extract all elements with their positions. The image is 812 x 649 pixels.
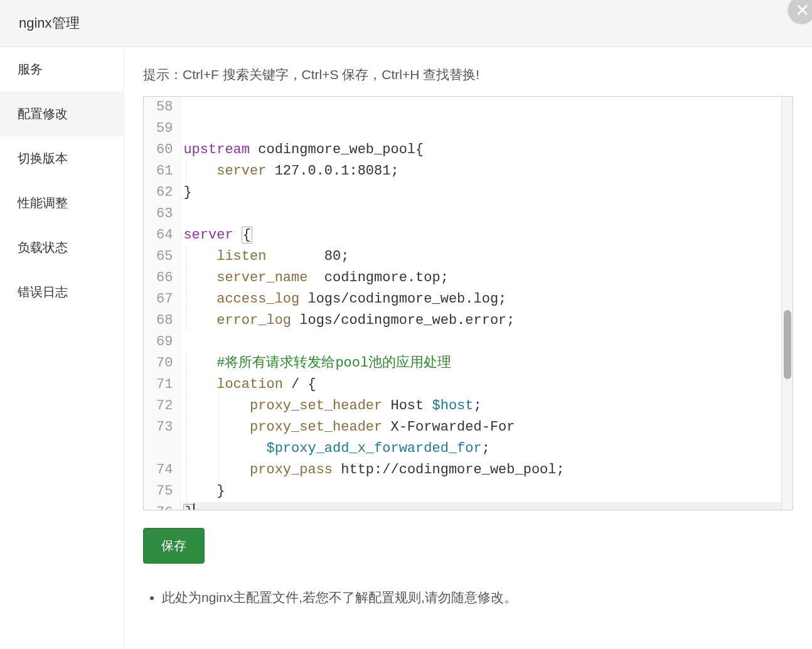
sidebar-item-4[interactable]: 负载状态 bbox=[0, 225, 124, 270]
hint-text: 提示：Ctrl+F 搜索关键字，Ctrl+S 保存，Ctrl+H 查找替换! bbox=[143, 66, 793, 83]
sidebar-item-1[interactable]: 配置修改 bbox=[0, 92, 124, 136]
save-button[interactable]: 保存 bbox=[143, 528, 205, 564]
note-list: 此处为nginx主配置文件,若您不了解配置规则,请勿随意修改。 bbox=[143, 589, 793, 606]
sidebar: 服务配置修改切换版本性能调整负载状态错误日志 bbox=[0, 47, 124, 648]
sidebar-item-2[interactable]: 切换版本 bbox=[0, 136, 124, 181]
scrollbar-track[interactable] bbox=[781, 97, 793, 510]
sidebar-item-5[interactable]: 错误日志 bbox=[0, 270, 124, 314]
note-item: 此处为nginx主配置文件,若您不了解配置规则,请勿随意修改。 bbox=[162, 589, 793, 606]
editor-code[interactable]: upstream codingmore_web_pool{ server 127… bbox=[181, 97, 781, 510]
editor-gutter: 58596061626364656667686970717273747576 bbox=[144, 97, 181, 510]
code-editor[interactable]: 58596061626364656667686970717273747576 u… bbox=[143, 96, 793, 510]
sidebar-item-0[interactable]: 服务 bbox=[0, 47, 124, 92]
main-panel: 提示：Ctrl+F 搜索关键字，Ctrl+S 保存，Ctrl+H 查找替换! 5… bbox=[124, 47, 812, 648]
scrollbar-thumb[interactable] bbox=[784, 310, 791, 379]
sidebar-item-3[interactable]: 性能调整 bbox=[0, 181, 124, 225]
page-title: nginx管理 bbox=[0, 0, 812, 47]
